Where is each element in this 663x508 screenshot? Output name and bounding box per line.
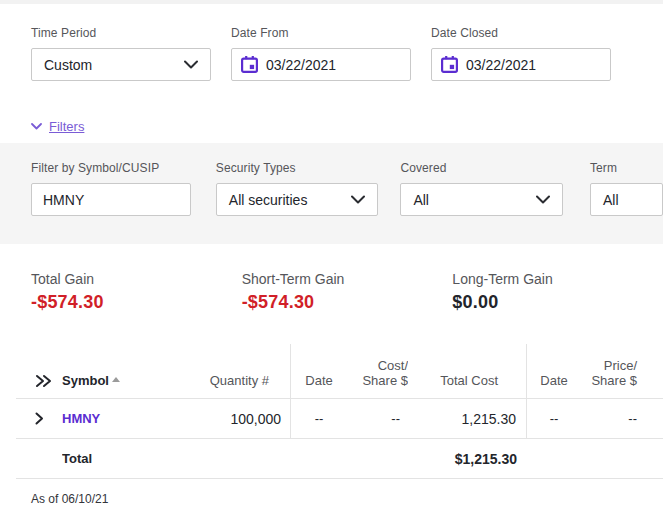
expand-row-cell bbox=[16, 399, 62, 438]
term-value: All bbox=[603, 192, 619, 208]
expand-all-icon[interactable] bbox=[35, 374, 52, 388]
covered-field: Covered All bbox=[400, 161, 563, 244]
date-from-label: Date From bbox=[231, 26, 411, 40]
cost-share-cell: -- bbox=[347, 399, 408, 438]
symbol-filter-label: Filter by Symbol/CUSIP bbox=[31, 161, 191, 175]
date-closed-value: 03/22/2021 bbox=[466, 57, 536, 73]
date-sold-header[interactable]: Date bbox=[527, 344, 581, 398]
as-of-date: As of 06/10/21 bbox=[31, 492, 663, 506]
date-closed-field: Date Closed 03/22/2021 bbox=[431, 26, 611, 81]
total-cost-header[interactable]: Total Cost bbox=[408, 344, 527, 398]
quantity-cell: 100,000 bbox=[162, 399, 291, 438]
covered-label: Covered bbox=[400, 161, 563, 175]
term-label: Term bbox=[590, 161, 663, 175]
long-term-gain-value: $0.00 bbox=[452, 292, 663, 313]
covered-value: All bbox=[413, 192, 429, 208]
symbol-filter-input[interactable] bbox=[31, 183, 191, 216]
table-row: HMNY 100,000 -- -- 1,215.30 -- -- bbox=[16, 399, 663, 439]
total-gain-label: Total Gain bbox=[31, 271, 242, 287]
chevron-down-icon bbox=[536, 195, 550, 204]
gains-losses-table: Symbol Quantity # Date Cost/Share $ Tota… bbox=[16, 344, 663, 479]
table-header-row: Symbol Quantity # Date Cost/Share $ Tota… bbox=[16, 344, 663, 399]
gains-losses-page: Time Period Custom Date From 03/22/2021 … bbox=[0, 0, 663, 508]
date-closed-label: Date Closed bbox=[431, 26, 611, 40]
calendar-icon[interactable] bbox=[240, 55, 259, 74]
symbol-link[interactable]: HMNY bbox=[62, 411, 100, 426]
total-spacer bbox=[16, 439, 62, 478]
date-from-field: Date From 03/22/2021 bbox=[231, 26, 411, 81]
gain-summary: Total Gain -$574.30 Short-Term Gain -$57… bbox=[0, 244, 663, 313]
price-share-cell: -- bbox=[581, 399, 646, 438]
row-filler bbox=[646, 399, 663, 438]
date-acquired-cell: -- bbox=[291, 399, 347, 438]
symbol-header[interactable]: Symbol bbox=[62, 344, 162, 398]
date-acquired-header[interactable]: Date bbox=[291, 344, 347, 398]
short-term-gain-value: -$574.30 bbox=[242, 292, 453, 313]
chevron-down-icon bbox=[31, 123, 42, 130]
price-share-header[interactable]: Price/Share $ bbox=[581, 344, 646, 398]
symbol-header-label: Symbol bbox=[62, 373, 109, 388]
term-field: Term All bbox=[590, 161, 663, 244]
term-select[interactable]: All bbox=[590, 183, 663, 216]
time-period-field: Time Period Custom bbox=[31, 26, 211, 81]
date-from-input[interactable]: 03/22/2021 bbox=[231, 48, 411, 81]
sort-ascending-icon bbox=[112, 377, 120, 382]
time-period-label: Time Period bbox=[31, 26, 211, 40]
table-total-row: Total $1,215.30 bbox=[16, 439, 663, 479]
chevron-down-icon bbox=[351, 195, 365, 204]
short-term-gain-label: Short-Term Gain bbox=[242, 271, 453, 287]
date-sold-cell: -- bbox=[527, 399, 581, 438]
expand-all-cell bbox=[16, 344, 62, 398]
security-types-value: All securities bbox=[229, 192, 308, 208]
symbol-filter-field: Filter by Symbol/CUSIP bbox=[31, 161, 191, 244]
filter-panel: Filter by Symbol/CUSIP Security Types Al… bbox=[0, 143, 663, 244]
date-filter-row: Time Period Custom Date From 03/22/2021 … bbox=[0, 4, 663, 81]
symbol-cell: HMNY bbox=[62, 399, 162, 438]
time-period-value: Custom bbox=[44, 57, 92, 73]
chevron-down-icon bbox=[184, 60, 198, 69]
cost-share-header[interactable]: Cost/Share $ bbox=[347, 344, 408, 398]
filters-toggle[interactable]: Filters bbox=[31, 118, 663, 134]
short-term-gain-stat: Short-Term Gain -$574.30 bbox=[242, 271, 453, 313]
calendar-icon[interactable] bbox=[440, 55, 459, 74]
security-types-label: Security Types bbox=[216, 161, 379, 175]
filters-link[interactable]: Filters bbox=[49, 119, 84, 134]
total-label: Total bbox=[62, 439, 162, 478]
total-cost-sum: $1,215.30 bbox=[408, 439, 527, 478]
security-types-field: Security Types All securities bbox=[216, 161, 379, 244]
total-gain-value: -$574.30 bbox=[31, 292, 242, 313]
long-term-gain-label: Long-Term Gain bbox=[452, 271, 663, 287]
total-gain-stat: Total Gain -$574.30 bbox=[31, 271, 242, 313]
time-period-select[interactable]: Custom bbox=[31, 48, 211, 81]
header-filler bbox=[646, 344, 663, 398]
expand-row-icon[interactable] bbox=[35, 412, 44, 425]
quantity-header[interactable]: Quantity # bbox=[162, 344, 291, 398]
long-term-gain-stat: Long-Term Gain $0.00 bbox=[452, 271, 663, 313]
covered-select[interactable]: All bbox=[400, 183, 563, 216]
date-closed-input[interactable]: 03/22/2021 bbox=[431, 48, 611, 81]
date-from-value: 03/22/2021 bbox=[266, 57, 336, 73]
total-cost-cell: 1,215.30 bbox=[408, 399, 527, 438]
security-types-select[interactable]: All securities bbox=[216, 183, 379, 216]
